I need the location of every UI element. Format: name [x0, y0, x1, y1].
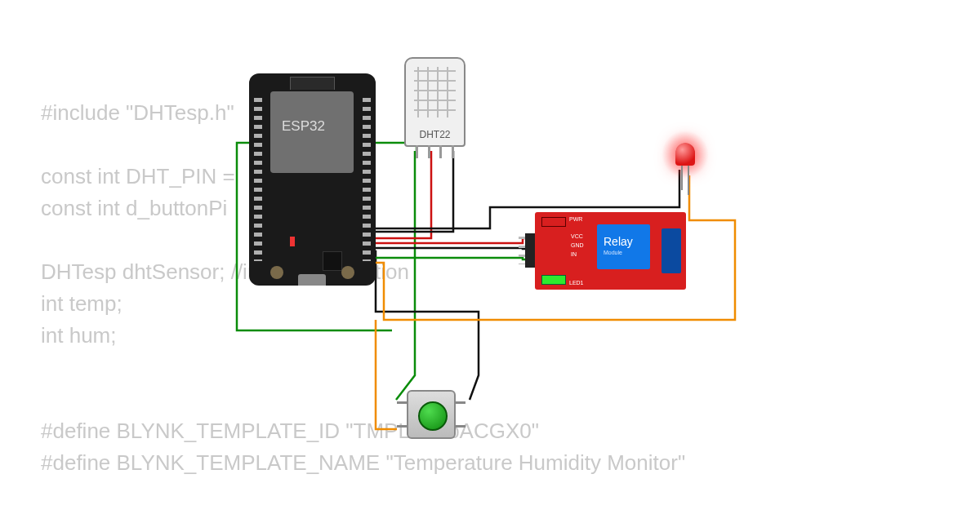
- esp32-label: ESP32: [282, 118, 325, 135]
- relay-status-led-icon: [541, 275, 566, 285]
- led-red[interactable]: [675, 143, 695, 166]
- button-leg: [397, 425, 408, 428]
- relay-input-header: [525, 233, 535, 268]
- esp32-en-button[interactable]: [270, 266, 283, 279]
- esp32-led-icon: [290, 237, 295, 246]
- esp32-usb-port: [298, 274, 326, 286]
- relay-pin-labels: VCC GND IN: [571, 232, 584, 259]
- dht22-pins: [416, 145, 454, 158]
- button-leg: [454, 401, 466, 404]
- circuit-canvas[interactable]: ESP32 DHT22 PWR LED1 VCC GND IN Relay Mo…: [0, 0, 980, 514]
- esp32-boot-button[interactable]: [341, 266, 354, 279]
- esp32-board[interactable]: ESP32: [249, 73, 376, 286]
- relay-led1-label: LED1: [569, 280, 584, 286]
- dht22-sensor[interactable]: DHT22: [404, 57, 466, 147]
- relay-terminal-block: [662, 228, 681, 273]
- dht22-grille-icon: [414, 67, 456, 117]
- relay-gnd-label: GND: [571, 241, 584, 250]
- esp32-antenna: [290, 77, 335, 90]
- esp32-chip-icon: [323, 251, 342, 271]
- relay-in-label: IN: [571, 250, 584, 259]
- relay-subtitle: Module: [604, 250, 622, 255]
- relay-pwr-label: PWR: [569, 216, 582, 222]
- relay-vcc-label: VCC: [571, 232, 584, 241]
- push-button[interactable]: [407, 390, 456, 439]
- button-leg: [397, 401, 408, 404]
- button-plunger[interactable]: [418, 401, 448, 431]
- button-leg: [454, 425, 466, 428]
- relay-title: Relay: [604, 235, 633, 248]
- relay-module[interactable]: PWR LED1 VCC GND IN Relay Module: [535, 212, 686, 290]
- dht22-label: DHT22: [406, 129, 464, 140]
- wires: [0, 0, 980, 514]
- relay-pwr-led-icon: [541, 217, 566, 227]
